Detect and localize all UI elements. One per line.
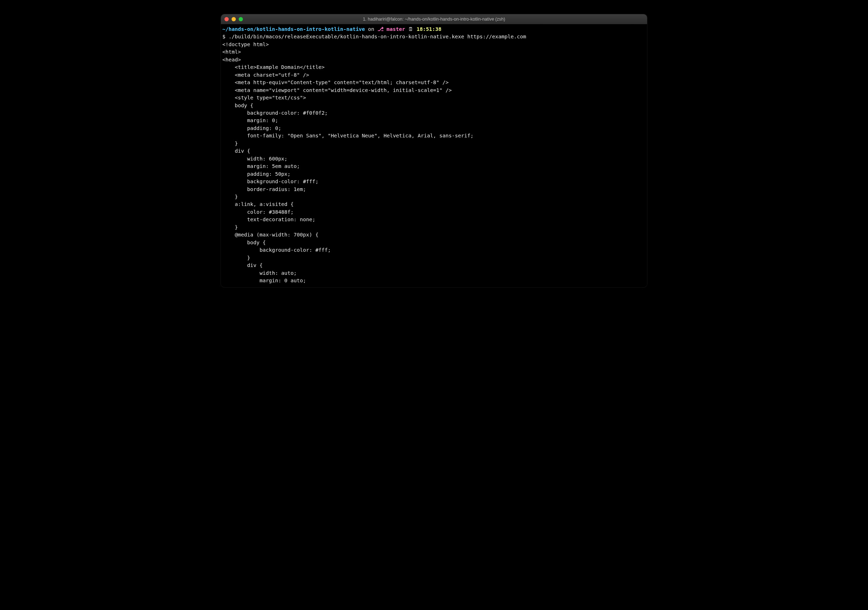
title-bar: 1. hadihariri@falcon: ~/hands-on/kotlin-… bbox=[221, 14, 647, 24]
prompt-time: 18:51:38 bbox=[417, 26, 442, 32]
output-line: font-family: "Open Sans", "Helvetica Neu… bbox=[222, 132, 646, 139]
output-line: text-decoration: none; bbox=[222, 216, 646, 223]
output-line: <meta charset="utf-8" /> bbox=[222, 71, 646, 79]
clock-icon: 🗓 bbox=[405, 26, 417, 32]
output-line: a:link, a:visited { bbox=[222, 201, 646, 208]
output-line: <meta http-equiv="Content-type" content=… bbox=[222, 79, 646, 86]
output-line: <title>Example Domain</title> bbox=[222, 63, 646, 71]
output-line: width: auto; bbox=[222, 269, 646, 277]
git-branch-name: master bbox=[384, 26, 405, 32]
git-branch-icon: ⎇ bbox=[378, 26, 384, 32]
output-line: <html> bbox=[222, 48, 646, 56]
prompt-path: ~/hands-on/kotlin-hands-on-intro-kotlin-… bbox=[222, 26, 365, 32]
output-line: @media (max-width: 700px) { bbox=[222, 231, 646, 238]
output-line: <head> bbox=[222, 56, 646, 63]
output-line: margin: 0; bbox=[222, 117, 646, 124]
prompt-on: on bbox=[365, 26, 378, 32]
output-line: background-color: #fff; bbox=[222, 246, 646, 254]
output-line: border-radius: 1em; bbox=[222, 186, 646, 193]
output-line: padding: 0; bbox=[222, 125, 646, 132]
window-title: 1. hadihariri@falcon: ~/hands-on/kotlin-… bbox=[363, 17, 505, 22]
terminal-content[interactable]: ~/hands-on/kotlin-hands-on-intro-kotlin-… bbox=[221, 24, 647, 287]
output-line: width: 600px; bbox=[222, 155, 646, 163]
output-line: <style type="text/css"> bbox=[222, 94, 646, 102]
output-line: div { bbox=[222, 147, 646, 155]
output-line: } bbox=[222, 140, 646, 147]
minimize-button[interactable] bbox=[232, 17, 236, 21]
output-line: margin: 5em auto; bbox=[222, 163, 646, 170]
maximize-button[interactable] bbox=[239, 17, 243, 21]
output-line: div { bbox=[222, 262, 646, 269]
output-line: } bbox=[222, 224, 646, 231]
output-line: body { bbox=[222, 239, 646, 246]
command-text: ./build/bin/macos/releaseExecutable/kotl… bbox=[228, 34, 526, 39]
prompt-symbol: $ bbox=[222, 34, 228, 39]
output-line: color: #38488f; bbox=[222, 208, 646, 216]
prompt-line: ~/hands-on/kotlin-hands-on-intro-kotlin-… bbox=[222, 26, 646, 33]
output-line: <!doctype html> bbox=[222, 41, 646, 48]
output-line: body { bbox=[222, 102, 646, 109]
terminal-window: 1. hadihariri@falcon: ~/hands-on/kotlin-… bbox=[221, 14, 647, 287]
output-line: background-color: #fff; bbox=[222, 178, 646, 185]
output-line: padding: 50px; bbox=[222, 170, 646, 178]
output-line: <meta name="viewport" content="width=dev… bbox=[222, 87, 646, 94]
output-line: } bbox=[222, 254, 646, 262]
close-button[interactable] bbox=[225, 17, 229, 21]
output-line: background-color: #f0f0f2; bbox=[222, 109, 646, 117]
output-line: margin: 0 auto; bbox=[222, 277, 646, 285]
command-line: $ ./build/bin/macos/releaseExecutable/ko… bbox=[222, 33, 646, 40]
traffic-lights bbox=[225, 17, 243, 21]
output-line: } bbox=[222, 193, 646, 201]
